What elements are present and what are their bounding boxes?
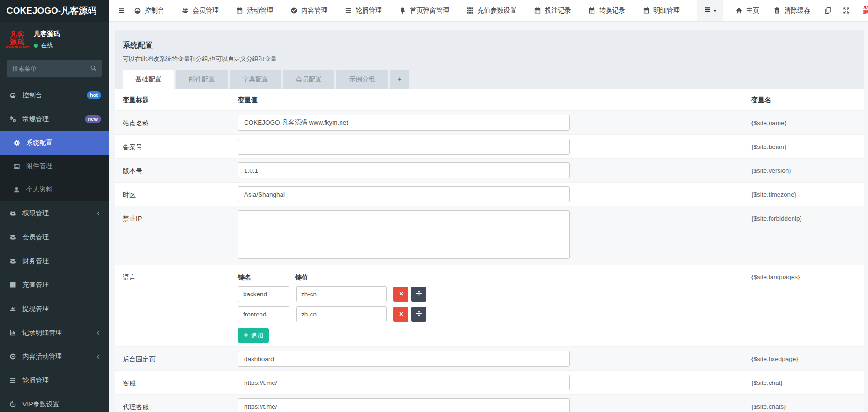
nav-item-明细管理[interactable]: 明细管理 — [643, 7, 680, 15]
variable-value-input[interactable] — [238, 186, 570, 202]
sidebar-item-常规管理[interactable]: 常规管理new — [0, 107, 109, 131]
fullscreen-button[interactable] — [843, 7, 850, 14]
kv-delete-button[interactable] — [393, 307, 408, 322]
variable-name: {$site.chats} — [751, 398, 864, 412]
nav-item-转换记录[interactable]: 转换记录 — [588, 7, 625, 15]
variable-name: {$site.beian} — [751, 139, 864, 154]
sidebar-item-提现管理[interactable]: 提现管理 — [0, 297, 109, 321]
variable-name: {$site.languages} — [751, 269, 864, 343]
append-button[interactable]: 追加 — [238, 328, 269, 343]
sidebar-item-label: 会员管理 — [22, 233, 49, 242]
nav-item-首页弹窗管理[interactable]: 首页弹窗管理 — [399, 7, 449, 15]
sidebar-item-label: 内容活动管理 — [22, 353, 62, 361]
sidebar-item-权限管理[interactable]: 权限管理 — [0, 201, 109, 225]
nav-item-label: 轮播管理 — [356, 7, 382, 15]
badge-hot: hot — [87, 91, 101, 99]
sidebar-item-系统配置[interactable]: 系统配置 — [0, 131, 109, 154]
nav-item-控制台[interactable]: 控制台 — [134, 7, 164, 15]
nav-item-活动管理[interactable]: 活动管理 — [236, 7, 273, 15]
sidebar-item-内容活动管理[interactable]: 内容活动管理 — [0, 345, 109, 368]
sidebar-item-轮播管理[interactable]: 轮播管理 — [0, 368, 109, 392]
add-tab-button[interactable]: + — [390, 70, 409, 89]
kv-value-input[interactable] — [296, 306, 387, 322]
sidebar-item-控制台[interactable]: 控制台hot — [0, 83, 109, 107]
sidebar-item-label: 充值管理 — [22, 281, 49, 289]
variable-title: 后台固定页 — [123, 351, 238, 367]
variable-name: {$site.version} — [751, 162, 864, 178]
nav-item-投注记录[interactable]: 投注记录 — [534, 7, 571, 15]
kv-move-button[interactable] — [411, 307, 426, 322]
fullscreen-icon — [843, 7, 850, 14]
config-row-时区: 时区{$site.timezone} — [115, 182, 864, 206]
tab-字典配置[interactable]: 字典配置 — [230, 70, 281, 89]
variable-value-input[interactable] — [238, 162, 570, 178]
nav-item-label: 充值参数设置 — [477, 7, 517, 15]
sidebar-item-label: 控制台 — [22, 91, 42, 100]
image-icon — [11, 163, 22, 170]
sidebar-item-label: 附件管理 — [26, 162, 52, 170]
sidebar-item-附件管理[interactable]: 附件管理 — [0, 154, 109, 178]
variable-value-input[interactable] — [238, 115, 570, 131]
nav-item-轮播管理[interactable]: 轮播管理 — [345, 7, 382, 15]
nav-item-label: 投注记录 — [545, 7, 571, 15]
sidebar-item-个人资料[interactable]: 个人资料 — [0, 178, 109, 201]
list-icon — [704, 6, 711, 15]
sidebar-item-记录明细管理[interactable]: 记录明细管理 — [0, 321, 109, 345]
move-icon — [416, 310, 422, 318]
caret-down-icon — [713, 7, 717, 15]
search-input[interactable] — [7, 60, 102, 77]
copy-button[interactable] — [824, 7, 831, 14]
sidebar-item-VIP参数设置[interactable]: VIP参数设置 — [0, 392, 109, 412]
sidebar-item-label: 财务管理 — [22, 257, 49, 265]
avatar: 凡客 源码 WWW.FKYM.NET — [7, 29, 28, 51]
search-icon — [90, 65, 97, 74]
config-panel: 系统配置 可以在此增改系统的变量和分组,也可以自定义分组和变量 基础配置邮件配置… — [115, 30, 864, 412]
tab-基础配置[interactable]: 基础配置 — [123, 70, 174, 89]
kv-value-input[interactable] — [296, 286, 387, 302]
nav-item-内容管理[interactable]: 内容管理 — [290, 7, 327, 15]
tab-会员配置[interactable]: 会员配置 — [283, 70, 334, 89]
variable-title: 禁止IP — [123, 210, 238, 261]
navbar-brand[interactable]: 凡客 源码 ▪▪▪ 凡客源码 — [861, 5, 868, 16]
trash-icon — [773, 7, 780, 14]
kv-delete-button[interactable] — [393, 287, 408, 302]
online-dot — [34, 44, 38, 48]
config-row-客服: 客服{$site.chat} — [115, 370, 864, 394]
variable-value-input[interactable] — [238, 375, 570, 390]
kv-key-input[interactable] — [238, 306, 289, 322]
variable-value-input[interactable] — [238, 398, 570, 412]
bullseye-icon — [7, 353, 18, 360]
bell-icon — [399, 7, 406, 14]
variable-name: {$site.name} — [751, 115, 864, 131]
dashboard-icon — [134, 7, 141, 14]
users-icon — [182, 7, 189, 14]
nav-item-label: 会员管理 — [193, 7, 219, 15]
nav-item-label: 转换记录 — [599, 7, 625, 15]
app-title: COKEJOGO-凡客源码 — [0, 0, 109, 22]
nav-item-label: 明细管理 — [653, 7, 680, 15]
menu-overflow-dropdown[interactable] — [697, 0, 723, 21]
top-navbar: 控制台 会员管理 活动管理 内容管理 轮播管理 首页弹窗管理 充值参数设置 投注… — [109, 0, 868, 22]
history-icon — [7, 401, 18, 408]
calendar-icon — [534, 7, 541, 14]
tab-示例分组[interactable]: 示例分组 — [336, 70, 388, 89]
clear-cache-button[interactable]: 清除缓存 — [773, 7, 810, 15]
kv-key-input[interactable] — [238, 286, 289, 302]
kv-move-button[interactable] — [411, 287, 426, 302]
home-button[interactable]: 主页 — [735, 7, 759, 15]
sidebar-item-会员管理[interactable]: 会员管理 — [0, 225, 109, 249]
variable-value-textarea[interactable] — [238, 210, 570, 259]
calendar-icon — [643, 7, 650, 14]
sidebar-item-充值管理[interactable]: 充值管理 — [0, 273, 109, 297]
sidebar-toggle-icon[interactable] — [109, 0, 134, 21]
sidebar-item-label: VIP参数设置 — [22, 400, 59, 409]
sidebar-item-财务管理[interactable]: 财务管理 — [0, 249, 109, 273]
tab-邮件配置[interactable]: 邮件配置 — [176, 70, 228, 89]
variable-value-input[interactable] — [238, 139, 570, 154]
close-icon — [399, 311, 404, 318]
nav-item-会员管理[interactable]: 会员管理 — [182, 7, 219, 15]
variable-value-input[interactable] — [238, 351, 570, 367]
dashboard-icon — [7, 92, 18, 99]
nav-item-充值参数设置[interactable]: 充值参数设置 — [467, 7, 517, 15]
config-row-代理客服: 代理客服{$site.chats} — [115, 394, 864, 412]
